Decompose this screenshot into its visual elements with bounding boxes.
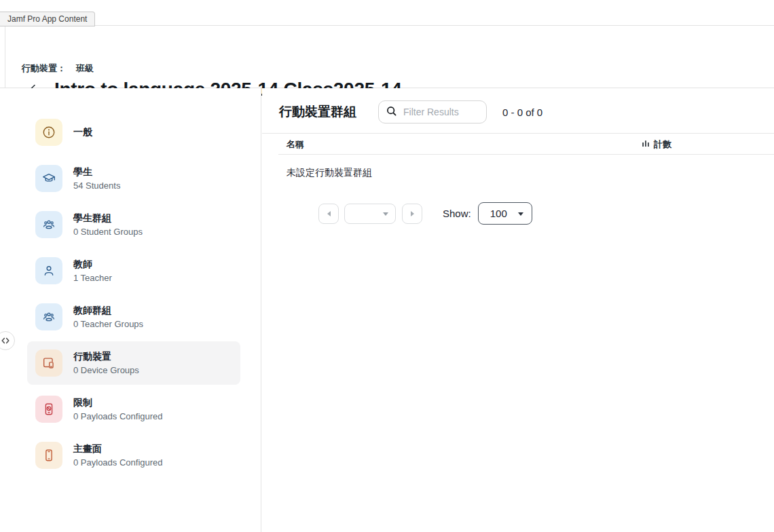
device-groups-panel: 行動裝置群組 0 - 0 of 0 名稱 <box>262 88 774 532</box>
breadcrumb-page-link[interactable]: 班級 <box>76 62 94 75</box>
class-settings-sidebar: 一般 學生 54 Students <box>0 88 261 532</box>
sidebar-item-sublabel: 0 Teacher Groups <box>73 319 143 329</box>
sidebar-item-sublabel: 54 Students <box>73 180 120 191</box>
graduation-cap-icon <box>35 165 62 192</box>
sidebar-item-label: 教師群組 <box>73 305 143 317</box>
sidebar-item-label: 教師 <box>73 259 112 271</box>
top-bar <box>0 0 774 26</box>
caret-right-icon <box>411 211 414 216</box>
chevron-down-icon <box>518 212 523 216</box>
sidebar-item-label: 學生 <box>73 166 120 178</box>
device-groups-table-header: 名稱 計數 <box>262 133 774 155</box>
empty-state-message: 未設定行動裝置群組 <box>287 167 372 179</box>
show-label: Show: <box>443 208 471 219</box>
sidebar-nav: 一般 學生 54 Students <box>27 111 240 477</box>
sidebar-item-label: 主畫面 <box>73 443 163 455</box>
page-select[interactable] <box>344 204 396 224</box>
sidebar-item-home-screen[interactable]: 主畫面 0 Payloads Configured <box>27 434 240 477</box>
people-group-icon <box>35 303 62 330</box>
person-icon <box>35 257 62 284</box>
sidebar-item-sublabel: 1 Teacher <box>73 273 112 283</box>
chevron-down-icon <box>383 212 388 216</box>
sidebar-item-label: 一般 <box>73 126 92 138</box>
chevrons-icon <box>1 335 10 347</box>
sidebar-item-sublabel: 0 Payloads Configured <box>73 411 163 421</box>
sidebar-item-students[interactable]: 學生 54 Students <box>27 157 240 200</box>
sidebar-item-teacher-groups[interactable]: 教師群組 0 Teacher Groups <box>27 295 240 339</box>
sidebar-item-mobile-devices[interactable]: 行動裝置 0 Device Groups <box>27 341 240 385</box>
pagination: Show: 100 <box>318 202 532 225</box>
sidebar-item-sublabel: 0 Device Groups <box>73 365 139 375</box>
devices-icon <box>35 349 62 377</box>
sidebar-item-restrictions[interactable]: 限制 0 Payloads Configured <box>27 387 240 431</box>
section-heading: 行動裝置群組 <box>279 103 378 121</box>
filter-results-input[interactable] <box>402 106 485 118</box>
results-count: 0 - 0 of 0 <box>502 107 542 118</box>
column-header-name[interactable]: 名稱 <box>262 138 642 151</box>
device-groups-toolbar: 行動裝置群組 0 - 0 of 0 <box>279 100 542 124</box>
jamf-pro-app-content-tooltip: Jamf Pro App Content <box>0 12 95 26</box>
filter-results-box <box>378 100 487 124</box>
page-size-value: 100 <box>490 208 507 219</box>
sidebar-item-student-groups[interactable]: 學生群組 0 Student Groups <box>27 203 240 246</box>
bar-chart-icon <box>642 139 650 149</box>
next-page-button[interactable] <box>402 204 422 224</box>
search-icon <box>386 105 397 119</box>
sidebar-item-teachers[interactable]: 教師 1 Teacher <box>27 249 240 292</box>
breadcrumb-section: 行動裝置： <box>22 62 66 75</box>
phone-restricted-icon <box>35 396 62 423</box>
sidebar-item-sublabel: 0 Payloads Configured <box>73 457 163 468</box>
previous-page-button[interactable] <box>318 204 339 224</box>
jamf-class-page: Jamf Pro App Content 行動裝置： 班級 Intro to l… <box>0 0 774 532</box>
column-header-count[interactable]: 計數 <box>642 138 774 151</box>
sidebar-item-label: 限制 <box>73 397 163 409</box>
column-header-count-label: 計數 <box>654 138 671 151</box>
info-icon <box>35 119 62 146</box>
breadcrumb: 行動裝置： 班級 <box>22 62 94 75</box>
page-header: 行動裝置： 班級 Intro to language 2025-14 Class… <box>0 26 774 88</box>
sidebar-item-label: 學生群組 <box>73 212 143 225</box>
people-group-icon <box>35 211 62 238</box>
phone-icon <box>35 442 62 469</box>
sidebar-item-general[interactable]: 一般 <box>27 111 240 154</box>
page-size-select[interactable]: 100 <box>478 202 532 225</box>
caret-left-icon <box>327 211 331 216</box>
sidebar-item-sublabel: 0 Student Groups <box>73 227 143 237</box>
sidebar-item-label: 行動裝置 <box>73 351 139 363</box>
